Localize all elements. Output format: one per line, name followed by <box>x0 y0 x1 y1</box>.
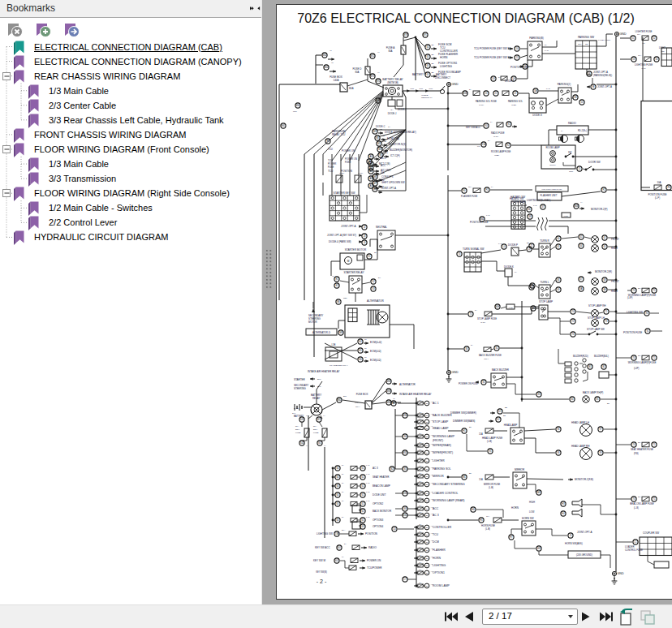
svg-text:68: 68 <box>604 278 606 282</box>
svg-text:5A: 5A <box>488 140 490 141</box>
svg-text:PARKING SOL FUSE: PARKING SOL FUSE <box>476 100 497 103</box>
svg-text:RD-2(B+): RD-2(B+) <box>578 129 587 132</box>
svg-text:MIRROR FUSE: MIRROR FUSE <box>484 483 500 486</box>
svg-text:BEACON LAMP: BEACON LAMP <box>373 484 390 488</box>
svg-text:5A: 5A <box>390 109 393 111</box>
svg-text:FLASHER UNIT: FLASHER UNIT <box>541 194 558 197</box>
svg-text:K1A: K1A <box>477 145 481 148</box>
svg-text:65: 65 <box>427 64 429 67</box>
svg-text:B2: B2 <box>503 415 506 417</box>
svg-text:40: 40 <box>393 398 395 399</box>
svg-text:LAC: LAC <box>533 204 537 206</box>
svg-text:DCM: DCM <box>433 540 439 544</box>
svg-text:91: 91 <box>647 329 649 333</box>
svg-text:IG2: IG2 <box>381 179 385 182</box>
svg-text:ACC: ACC <box>381 164 386 167</box>
svg-text:71: 71 <box>653 443 656 446</box>
svg-text:M30: M30 <box>403 414 407 417</box>
svg-text:GND: GND <box>452 83 459 86</box>
svg-text:21: 21 <box>426 468 429 471</box>
svg-text:40: 40 <box>330 49 332 52</box>
svg-text:STOP LAMP: STOP LAMP <box>433 420 449 424</box>
svg-text:97: 97 <box>600 428 602 431</box>
svg-text:M6: M6 <box>337 300 340 303</box>
svg-text:70: 70 <box>572 310 575 313</box>
svg-text:10A: 10A <box>468 186 472 188</box>
svg-text:85: 85 <box>597 398 599 401</box>
svg-text:DIMMER SW(DIMMER): DIMMER SW(DIMMER) <box>450 411 476 415</box>
svg-text:PARKING(B): PARKING(B) <box>529 37 543 40</box>
svg-text:DIODE-K: DIODE-K <box>504 265 514 269</box>
svg-text:WORNING LAMP(R)FUSE: WORNING LAMP(R)FUSE <box>628 361 657 364</box>
svg-text:5A: 5A <box>420 411 422 414</box>
svg-text:21: 21 <box>426 565 429 567</box>
svg-text:GND: GND <box>620 32 627 36</box>
svg-text:NEUTRAL: NEUTRAL <box>376 226 387 229</box>
svg-text:S3: S3 <box>372 287 375 290</box>
svg-text:L5B: L5B <box>332 343 336 346</box>
svg-text:B3: B3 <box>574 96 577 99</box>
svg-text:M7: M7 <box>373 182 377 185</box>
svg-text:(L-P): (L-P) <box>655 196 660 200</box>
svg-text:STEERING: STEERING <box>294 387 307 390</box>
svg-text:M6U: M6U <box>337 398 342 402</box>
svg-text:5A: 5A <box>342 464 344 466</box>
svg-text:65: 65 <box>427 45 429 49</box>
svg-text:POWER ON: POWER ON <box>345 157 357 161</box>
svg-text:HEADLAMP: HEADLAMP <box>504 424 518 427</box>
svg-text:DISCONNECT: DISCONNECT <box>435 76 450 80</box>
svg-text:50A: 50A <box>295 425 299 428</box>
svg-text:DA: DA <box>534 89 537 92</box>
svg-text:H7: H7 <box>510 536 513 539</box>
svg-text:M3: M3 <box>378 148 381 151</box>
svg-text:S6: S6 <box>403 435 407 438</box>
svg-text:L0: L0 <box>503 245 506 248</box>
svg-text:9B: 9B <box>592 85 594 88</box>
svg-text:SEAT HEATER: SEAT HEATER <box>373 475 390 479</box>
svg-text:STARTER RELAY: STARTER RELAY <box>344 271 364 274</box>
svg-text:67: 67 <box>580 277 583 281</box>
svg-text:J5: J5 <box>570 534 572 537</box>
svg-text:M82: M82 <box>386 380 391 383</box>
svg-text:HIGH: HIGH <box>529 501 535 504</box>
svg-text:POSITION: POSITION <box>365 532 377 536</box>
svg-text:LAC: LAC <box>545 49 549 52</box>
svg-text:5A: 5A <box>420 554 422 557</box>
svg-text:D1: D1 <box>498 410 502 413</box>
svg-text:M61: M61 <box>281 124 286 127</box>
svg-text:ALTERNATOR: ALTERNATOR <box>399 383 416 386</box>
svg-text:40: 40 <box>331 62 334 64</box>
svg-text:50A: 50A <box>313 425 317 428</box>
svg-text:POWER ON: POWER ON <box>367 559 381 562</box>
svg-text:(L4P): (L4P) <box>634 367 639 370</box>
svg-text:60: 60 <box>337 467 339 470</box>
svg-text:21: 21 <box>426 572 429 574</box>
svg-text:5A: 5A <box>420 511 422 514</box>
svg-text:5A: 5A <box>420 457 422 459</box>
svg-text:OPTION1: OPTION1 <box>433 571 445 574</box>
svg-text:5A: 5A <box>342 516 344 518</box>
svg-text:M7D: M7D <box>376 80 381 83</box>
svg-text:HORN FUSE: HORN FUSE <box>481 524 495 527</box>
svg-text:(L-B): (L-B) <box>485 527 490 531</box>
svg-text:21: 21 <box>426 541 429 544</box>
svg-text:FUSE BOX: FUSE BOX <box>356 393 368 396</box>
svg-text:63: 63 <box>362 525 364 528</box>
svg-text:60: 60 <box>364 338 367 340</box>
svg-text:RADIO FUSE: RADIO FUSE <box>491 131 505 135</box>
svg-text:20A: 20A <box>638 355 642 357</box>
svg-text:HEAD LAMP FUSE: HEAD LAMP FUSE <box>482 437 502 440</box>
svg-text:37: 37 <box>542 205 545 209</box>
svg-text:54: 54 <box>656 58 658 61</box>
svg-text:BATTERY RELAY: BATTERY RELAY <box>382 78 403 81</box>
svg-text:65: 65 <box>427 73 429 76</box>
svg-text:M84: M84 <box>386 401 391 404</box>
svg-text:E2: E2 <box>335 284 338 287</box>
svg-text:M06: M06 <box>574 204 579 208</box>
svg-text:LAC: LAC <box>366 464 370 466</box>
svg-text:STARTER MOTOR: STARTER MOTOR <box>345 248 367 252</box>
svg-text:TURN R: TURN R <box>540 239 549 243</box>
svg-text:72: 72 <box>572 320 575 323</box>
svg-text:5A: 5A <box>420 465 422 467</box>
svg-text:B6L: B6L <box>343 395 347 397</box>
